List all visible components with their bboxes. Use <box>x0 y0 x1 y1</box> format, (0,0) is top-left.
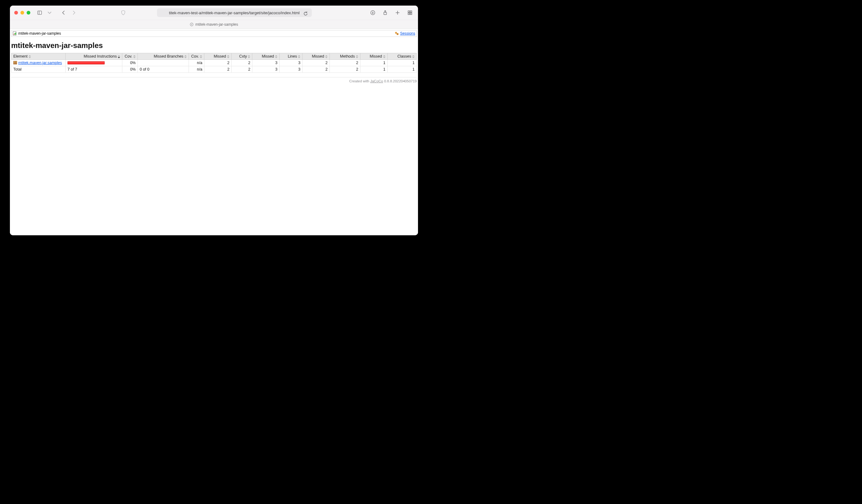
th-missed-instructions[interactable]: Missed Instructions <box>66 53 122 60</box>
cell-cov2: n/a <box>189 60 204 66</box>
cell-total-missed2: 3 <box>252 66 279 73</box>
shield-icon <box>121 10 126 15</box>
browser-chrome: titek-maven-test-a/mtitek-maven-jar-samp… <box>10 5 418 29</box>
cell-total-missed1: 2 <box>204 66 232 73</box>
sort-icon <box>227 55 230 58</box>
cell-methods: 2 <box>329 60 360 66</box>
cell-total-missed-branches: 0 of 0 <box>138 66 189 73</box>
cell-total-cov1: 0% <box>122 66 138 73</box>
svg-rect-0 <box>38 11 42 14</box>
cell-missed2: 3 <box>252 60 279 66</box>
sort-icon <box>248 55 250 58</box>
sessions-icon <box>395 31 399 35</box>
download-icon <box>370 10 375 15</box>
table-header-row: Element Missed Instructions Cov. Missed … <box>11 53 417 60</box>
cell-total-missed3: 2 <box>302 66 330 73</box>
package-link[interactable]: mtitek.maven.jar.samples <box>18 61 62 65</box>
page-content: mtitek-maven-jar-samples Sessions mtitek… <box>10 29 418 235</box>
reload-button[interactable] <box>302 10 309 17</box>
cell-element: mtitek.maven.jar.samples <box>11 60 66 66</box>
cell-missed-branches <box>138 60 189 66</box>
sidebar-icon <box>37 10 42 15</box>
cell-cov1: 0% <box>122 60 138 66</box>
sort-down-icon <box>118 55 120 58</box>
sort-icon <box>383 55 386 58</box>
th-missed-branches[interactable]: Missed Branches <box>138 53 189 60</box>
reload-icon <box>303 11 308 16</box>
cell-missed4: 1 <box>361 60 388 66</box>
chevron-right-icon <box>71 10 76 15</box>
th-cov1[interactable]: Cov. <box>122 53 138 60</box>
minimize-window-button[interactable] <box>21 11 24 15</box>
downloads-button[interactable] <box>369 9 377 16</box>
table-row: mtitek.maven.jar.samples 0% n/a 2 2 3 3 … <box>11 60 417 66</box>
sort-icon <box>412 55 415 58</box>
sort-icon <box>28 55 31 58</box>
address-bar[interactable]: titek-maven-test-a/mtitek-maven-jar-samp… <box>157 8 312 17</box>
cell-classes: 1 <box>387 60 416 66</box>
zoom-window-button[interactable] <box>27 11 30 15</box>
new-tab-button[interactable] <box>394 9 401 16</box>
page-title: mtitek-maven-jar-samples <box>11 37 417 53</box>
tab-group-menu-button[interactable] <box>46 9 53 16</box>
svg-marker-11 <box>191 24 192 25</box>
table-total-row: Total 7 of 7 0% 0 of 0 n/a 2 2 3 3 2 2 1… <box>11 66 417 73</box>
sessions-link[interactable]: Sessions <box>400 31 415 36</box>
footer-prefix: Created with <box>349 79 370 83</box>
close-window-button[interactable] <box>14 11 18 15</box>
th-classes[interactable]: Classes <box>387 53 416 60</box>
th-missed3[interactable]: Missed <box>302 53 330 60</box>
svg-rect-15 <box>15 32 16 35</box>
grid-icon <box>407 10 413 15</box>
cell-total-cov2: n/a <box>189 66 204 73</box>
cell-total-missed-instr: 7 of 7 <box>66 66 122 73</box>
back-button[interactable] <box>60 9 67 16</box>
cell-total-classes: 1 <box>387 66 416 73</box>
toolbar-right <box>369 9 414 16</box>
sort-icon <box>298 55 300 58</box>
th-methods[interactable]: Methods <box>329 53 360 60</box>
sort-icon <box>275 55 277 58</box>
cell-total-lines: 3 <box>279 66 302 73</box>
cell-total-methods: 2 <box>329 66 360 73</box>
browser-toolbar: titek-maven-test-a/mtitek-maven-jar-samp… <box>10 5 418 20</box>
th-missed4[interactable]: Missed <box>361 53 388 60</box>
th-cxty[interactable]: Cxty <box>231 53 252 60</box>
report-icon <box>13 31 17 36</box>
jacoco-link[interactable]: JaCoCo <box>370 79 383 83</box>
svg-rect-14 <box>15 33 15 35</box>
th-lines[interactable]: Lines <box>279 53 302 60</box>
share-button[interactable] <box>381 9 389 16</box>
coverage-bar <box>67 61 105 64</box>
coverage-table: Element Missed Instructions Cov. Missed … <box>11 53 417 73</box>
plus-icon <box>395 10 400 15</box>
package-icon <box>13 61 17 64</box>
tab-title[interactable]: mtitek-maven-jar-samples <box>195 22 238 27</box>
cell-missed1: 2 <box>204 60 232 66</box>
svg-rect-8 <box>408 13 410 15</box>
forward-button[interactable] <box>70 9 77 16</box>
sort-icon <box>356 55 358 58</box>
browser-window: titek-maven-test-a/mtitek-maven-jar-samp… <box>10 5 418 235</box>
cell-total-cxty: 2 <box>231 66 252 73</box>
th-missed1[interactable]: Missed <box>204 53 232 60</box>
sort-icon <box>200 55 202 58</box>
share-icon <box>383 10 388 15</box>
th-element[interactable]: Element <box>11 53 66 60</box>
footer: Created with JaCoCo 0.8.8.202204050719 <box>11 77 417 83</box>
svg-rect-9 <box>410 13 412 15</box>
th-cov2[interactable]: Cov. <box>189 53 204 60</box>
cell-lines: 3 <box>279 60 302 66</box>
cell-total-label: Total <box>11 66 66 73</box>
compass-icon <box>190 23 194 26</box>
privacy-report-button[interactable] <box>119 9 127 16</box>
address-bar-text: titek-maven-test-a/mtitek-maven-jar-samp… <box>160 11 309 15</box>
chevron-left-icon <box>61 10 66 15</box>
cell-cxty: 2 <box>231 60 252 66</box>
sidebar-toggle-button[interactable] <box>36 9 43 16</box>
sort-icon <box>133 55 135 58</box>
tab-overview-button[interactable] <box>406 9 414 16</box>
th-missed2[interactable]: Missed <box>252 53 279 60</box>
breadcrumb: mtitek-maven-jar-samples Sessions <box>11 30 417 37</box>
svg-rect-7 <box>410 11 412 12</box>
